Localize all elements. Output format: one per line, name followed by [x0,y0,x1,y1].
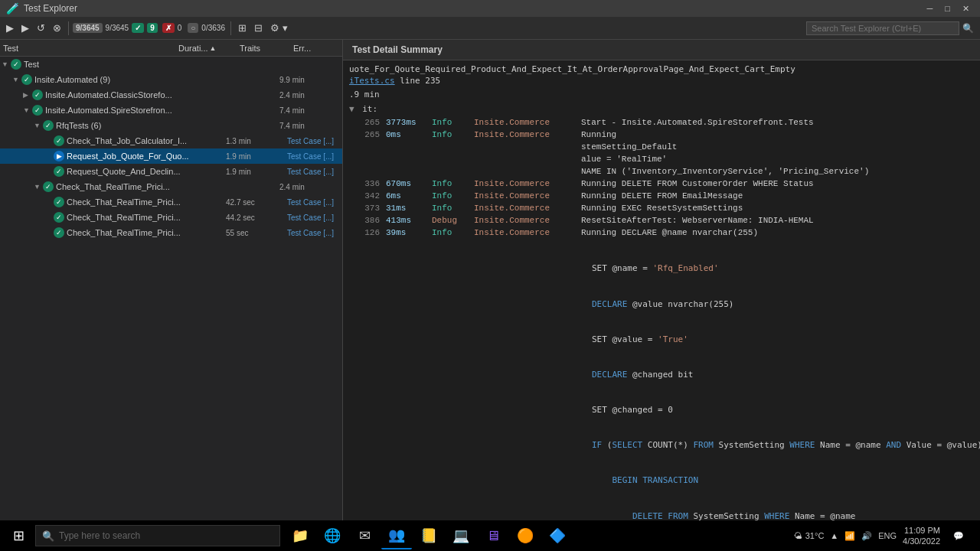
file-link[interactable]: iTests.cs [349,76,395,86]
log-source: Insite.Commerce [474,215,581,227]
test-row[interactable]: ▶ ✓ Insite.Automated.ClassicStorefo... 2… [0,87,342,103]
status-pass-icon: ✓ [54,227,64,238]
group-by-button[interactable]: ⊟ [251,21,266,35]
refresh-button[interactable]: ↺ [34,21,48,35]
taskbar-clock[interactable]: 11:09 PM 4/30/2022 [903,525,940,547]
filter-button[interactable]: ⊞ [235,21,250,35]
taskbar-app-chrome[interactable]: 🟠 [510,522,541,549]
log-source: Insite.Commerce [474,129,581,141]
detail-content[interactable]: uote_For_Qoute_Required_Product_And_Expe… [343,60,980,525]
test-row[interactable]: ✓ Request_Quote_And_Declin... 1.9 min Te… [0,164,342,179]
maximize-button[interactable]: □ [940,4,955,14]
taskbar-hidden-icons[interactable]: ▲ [830,531,838,540]
test-label: Check_That_RealTime_Prici... [67,213,226,222]
taskbar-volume-icon[interactable]: 🔊 [861,531,872,541]
test-row[interactable]: ✓ Check_That_RealTime_Prici... 55 sec Te… [0,225,342,240]
test-row[interactable]: ▼ ✓ Insite.Automated (9) 9.9 min [0,72,342,87]
log-row: 336 670ms Info Insite.Commerce Running D… [349,178,974,191]
status-pass-icon: ✓ [43,181,54,192]
test-row[interactable]: ✓ Check_That_Job_Calculator_I... 1.3 min… [0,133,342,148]
taskbar-app-teams[interactable]: 👥 [381,522,412,549]
toolbar-search: 🔍 [806,21,977,35]
search-input[interactable] [806,21,959,35]
run-all-button[interactable]: ▶ [3,21,17,35]
log-time: 413ms [386,215,432,227]
status-pass-icon: ✓ [43,120,54,131]
run-selected-button[interactable]: ▶ [18,21,32,35]
taskbar-app-vs[interactable]: 💻 [446,522,476,549]
log-time: 3773ms [386,117,432,129]
log-source: Insite.Commerce [474,191,581,202]
title-bar: 🧪 Test Explorer ─ □ ✕ [0,0,980,17]
log-time: 670ms [386,178,432,190]
cancel-button[interactable]: ⊗ [50,21,64,35]
file-line-num: line 235 [400,76,440,86]
test-label: Insite.Automated.SpireStorefron... [45,106,279,115]
taskbar-right: 🌤 31°C ▲ 📶 🔊 ENG 11:09 PM 4/30/2022 💬 [794,522,977,549]
settings-button[interactable]: ⚙ ▾ [267,21,291,35]
file-link-line: iTests.cs line 235 [349,75,974,86]
log-level: Info [432,178,474,190]
minimize-button[interactable]: ─ [923,4,938,14]
status-pass-icon: ✓ [54,135,64,146]
taskbar-app-vs2[interactable]: 🖥 [478,522,508,549]
taskbar-language[interactable]: ENG [878,531,897,540]
taskbar-app-edge[interactable]: 🌐 [317,522,348,549]
taskbar-search-icon: 🔍 [42,530,54,542]
log-msg: ResetSiteAfterTest: WebserverName: INDIA… [581,215,974,227]
skip-icon: ○ [188,23,198,33]
log-num: 342 [349,191,386,202]
taskbar-app-onenote[interactable]: 📒 [413,522,444,549]
search-icon[interactable]: 🔍 [959,21,977,35]
test-row[interactable]: ▼ ✓ Insite.Automated.SpireStorefron... 7… [0,103,342,118]
log-msg: Running [581,129,974,141]
taskbar-system-icons: 🌤 31°C [794,531,825,540]
test-duration: 1.3 min [226,137,287,145]
log-row: 373 31ms Info Insite.Commerce Running EX… [349,203,974,215]
log-msg: stemSetting_Default [581,142,974,153]
fail-count-label: 0 [178,24,182,32]
taskbar-app-explorer[interactable]: 📁 [285,522,315,549]
test-tree: ▼ ✓ Test ▼ ✓ Insite.Automated (9) 9.9 mi… [0,57,342,534]
taskbar-app-outlook[interactable]: ✉ [349,522,380,549]
taskbar-search-box[interactable]: 🔍 Type here to search [35,525,280,546]
column-headers: Test Durati... ▲ Traits Err... [0,40,342,57]
taskbar-apps: 📁 🌐 ✉ 👥 📒 💻 🖥 🟠 🔷 [285,522,573,549]
status-pass-icon: ✓ [32,105,43,116]
test-row[interactable]: ✓ Check_That_RealTime_Prici... 44.2 sec … [0,210,342,225]
log-collapse-button[interactable]: ▼ [349,104,354,114]
left-panel: Test Durati... ▲ Traits Err... ▼ ✓ Test … [0,40,343,534]
log-time: 0ms [386,129,432,141]
close-button[interactable]: ✕ [958,4,974,14]
test-row[interactable]: ▼ ✓ Check_That_RealTime_Prici... 2.4 min [0,179,342,194]
status-pass-icon: ✓ [11,59,21,70]
test-name: uote_For_Qoute_Required_Product_And_Expe… [349,64,974,75]
col-duration-header[interactable]: Durati... ▲ [178,44,240,53]
test-label: Check_That_Job_Calculator_I... [67,136,226,145]
expand-icon: ▼ [34,122,43,129]
test-row[interactable]: ✓ Check_That_RealTime_Prici... 42.7 sec … [0,194,342,210]
log-level: Info [432,129,474,141]
test-row[interactable]: ▼ ✓ RfqTests (6) 7.4 min [0,118,342,133]
test-row[interactable]: ▼ ✓ Test [0,57,342,72]
taskbar-app-edge2[interactable]: 🔷 [542,522,573,549]
log-msg: Running DECLARE @name nvarchar(255) [581,227,974,239]
notification-button[interactable]: 💬 [946,522,971,549]
test-tag: Test Case [...] [287,214,341,222]
test-label: Request_Quote_And_Declin... [67,167,226,176]
status-pass-icon: ✓ [54,166,64,177]
test-duration: 1.9 min [226,168,287,176]
skip-count-label: 0/3636 [201,24,225,32]
test-row-selected[interactable]: ▶ Request_Job_Quote_For_Quo... 1.9 min T… [0,148,342,164]
pass-count-label: 9 [147,23,158,33]
sql-line: SET @value = 'True' [551,334,974,345]
sort-arrow-icon: ▲ [210,44,217,52]
fail-icon: ✗ [162,23,175,33]
start-button[interactable]: ⊞ [3,522,34,549]
status-pass-icon: ✓ [54,197,64,207]
total-count-label: 9/3645 [106,24,129,32]
log-level: Info [432,117,474,129]
toolbar: ▶ ▶ ↺ ⊗ 9/3645 9/3645 ✓ 9 ✗ 0 ○ 0/3636 ⊞… [0,17,980,40]
log-level: Info [432,203,474,214]
test-duration: 44.2 sec [226,214,287,222]
